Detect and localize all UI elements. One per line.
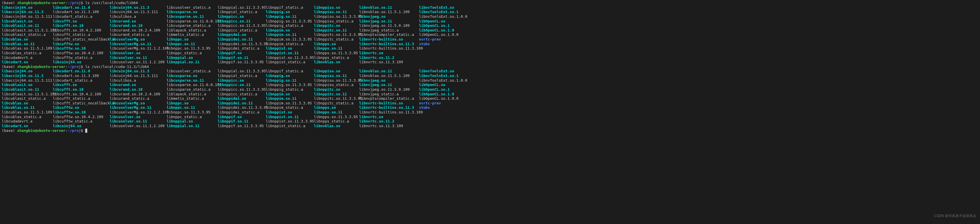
- file-entry: libnppitc.so.11.3.3.95: [314, 32, 359, 37]
- file-entry: libnppig.so.11: [266, 14, 314, 19]
- file-entry: libaccinj64.so.11.3.111: [2, 78, 53, 83]
- file-entry: libcublasLt.so: [2, 19, 53, 24]
- file-entry: libcublas.so.11: [2, 42, 53, 46]
- file-entry: libnppim.so: [266, 92, 314, 97]
- file-entry: libcufft.so: [53, 83, 110, 87]
- file-entry: libnppim_static.a: [266, 42, 314, 46]
- file-entry: libnppim.so: [266, 28, 314, 33]
- file-entry: libnvToolsExt.so.1: [419, 73, 466, 78]
- file-entry: libnvrtc-builtins.so: [359, 37, 419, 42]
- file-entry: libcublasLt.so.11: [2, 87, 53, 92]
- file-entry: [419, 56, 466, 60]
- file-entry: libnppitc_static.a: [314, 37, 359, 42]
- cursor[interactable]: [85, 129, 87, 133]
- file-entry: libcurand.so.10.2.4.109: [110, 92, 167, 97]
- file-entry: libnvrtc.so: [359, 51, 419, 56]
- file-entry: libnppif.so.11: [218, 56, 266, 60]
- file-entry: libcublas.so: [2, 101, 53, 106]
- file-entry: libcublasLt_static.a: [2, 96, 53, 101]
- file-entry: libnppial_static.a: [218, 10, 266, 14]
- file-entry: libcusparse.so.11.6.0.109: [167, 19, 218, 24]
- file-entry: libcufft.so.10: [53, 87, 110, 92]
- file-entry: libcurand.so.10.2.4.109: [110, 28, 167, 33]
- file-entry: libcufftw_static.a: [53, 56, 110, 60]
- file-entry: libcudadevrt.a: [2, 119, 53, 124]
- file-entry: libnvToolsExt.so: [419, 69, 466, 73]
- file-entry: libcusolverMg.so.11: [110, 42, 167, 46]
- file-entry: libnvToolsExt.so: [419, 5, 466, 10]
- file-entry: libOpenCL.so.1.0: [419, 28, 466, 33]
- file-entry: libOpenCL.so.1.0: [419, 92, 466, 97]
- file-entry: libaccinj64.so.11.3.111: [2, 14, 53, 19]
- file-entry: libcurand.so: [110, 19, 167, 24]
- file-entry: libnppitc.so: [314, 23, 359, 28]
- file-entry: libnpps_static.a: [314, 119, 359, 124]
- file-entry: libnppial_static.a: [218, 73, 266, 78]
- file-entry: libnvblas.so: [314, 124, 359, 128]
- file-entry: libcuinj64.so.11.3: [110, 69, 167, 73]
- file-entry: libcufftw.so: [53, 105, 110, 110]
- file-entry: libnpps.so.11: [314, 110, 359, 114]
- file-entry: libnvToolsExt.so.1.0.0: [419, 78, 466, 83]
- file-entry: libnppist_static.a: [266, 60, 314, 64]
- file-entry: libnvrtc-builtins.so.11.3: [359, 105, 419, 110]
- file-entry: libcusparse.so.11: [167, 78, 218, 83]
- file-entry: libnvjpeg.so.11: [359, 83, 419, 87]
- file-entry: libcublasLt.so.11: [2, 23, 53, 28]
- file-entry: libnppisu.so.11.3.3.95: [314, 78, 359, 83]
- file-entry: libnvblas.so.11: [359, 69, 419, 73]
- file-entry: libnppif.so.11.3.3.95: [218, 124, 266, 128]
- file-entry: libnppist_static.a: [266, 124, 314, 128]
- file-entry: libnppist.so.11: [266, 51, 314, 56]
- file-entry: libnppig.so.11.3.3.95: [266, 83, 314, 87]
- file-entry: libnpps.so.11: [314, 46, 359, 51]
- file-entry: libnppc_static.a: [167, 114, 218, 119]
- file-entry: libnppist.so: [266, 110, 314, 114]
- file-entry: libnvToolsExt.so.1.0.0: [419, 14, 466, 19]
- file-entry: libnppig.so.11.3.3.95: [266, 19, 314, 24]
- file-entry: libcuinj64.so: [53, 60, 110, 64]
- file-entry: libcufft_static.a: [53, 96, 110, 101]
- file-entry: libcurand_static.a: [110, 96, 167, 101]
- file-entry: libnppisu_static.a: [314, 83, 359, 87]
- file-entry: libcurand.so.10: [110, 23, 167, 28]
- file-entry: libcusolverMg.so.11: [110, 105, 167, 110]
- file-entry: libnppicc_static.a: [218, 92, 266, 97]
- file-entry: libcusparse_static.a: [167, 87, 218, 92]
- file-entry: libcuinj64.so: [53, 124, 110, 128]
- file-entry: libcublas.so.11.5.1.109: [2, 110, 53, 114]
- file-entry: liblapack_static.a: [167, 92, 218, 97]
- file-entry: libOpenCL.so: [419, 83, 466, 87]
- file-entry: libcudart_static.a: [53, 14, 110, 19]
- file-entry: libnppicc.so: [218, 78, 266, 83]
- file-entry: nvrtc-prev: [419, 37, 466, 42]
- file-entry: libnppial.so.11: [167, 60, 218, 64]
- file-entry: libcusparse.so: [167, 73, 218, 78]
- file-entry: libculibos.a: [110, 78, 167, 83]
- file-entry: libnppicc.so: [218, 14, 266, 19]
- file-entry: libnppidei.so.11: [218, 37, 266, 42]
- file-entry: libnppial.so.11.3.3.95: [218, 69, 266, 73]
- file-entry: libcurand.so: [110, 83, 167, 87]
- file-entry: libnppidei.so.11.3.3.95: [218, 105, 266, 110]
- file-entry: libnppc.so: [167, 101, 218, 106]
- file-entry: libcusolver.so: [110, 114, 167, 119]
- file-entry: libcusolver_static.a: [167, 5, 218, 10]
- file-entry: libcusparse.so.11.6.0.109: [167, 83, 218, 87]
- file-entry: libaccinj64.so: [2, 5, 53, 10]
- prompt-env: (base): [2, 1, 15, 5]
- file-entry: libnppif.so.11.3.3.95: [218, 60, 266, 64]
- prompt-line[interactable]: (base) zhangbin@ubuntu-server:~/proj$: [2, 128, 980, 133]
- file-entry: libnvblas.so.11: [359, 5, 419, 10]
- file-entry: libcusparse.so.11: [167, 14, 218, 19]
- file-entry: libcublasLt.so.11.5.1.109: [2, 92, 53, 97]
- file-entry: libnpps.so.11.3.3.95: [314, 51, 359, 56]
- file-entry: libnpps.so: [314, 42, 359, 46]
- file-entry: libnvjpeg.so: [359, 78, 419, 83]
- file-entry: [419, 60, 466, 64]
- file-entry: libnppitc_static.a: [314, 101, 359, 106]
- file-entry: libnppif.so.11: [218, 119, 266, 124]
- file-entry: libaccinj64.so: [2, 69, 53, 73]
- file-entry: libnvrtc.so.11.3.109: [359, 60, 419, 64]
- ls-output-2: libaccinj64.solibcudart.so.11.0libcuinj6…: [2, 69, 980, 128]
